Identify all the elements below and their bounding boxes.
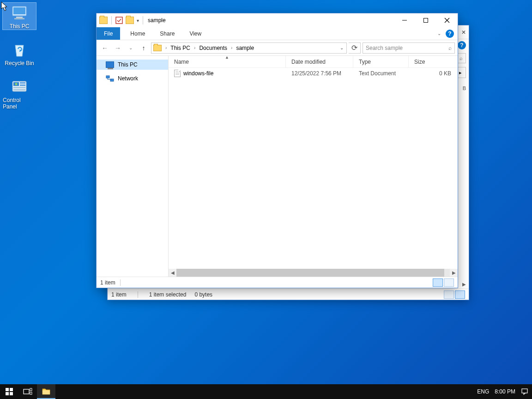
folder-icon xyxy=(99,17,108,24)
view-large-icons-button[interactable] xyxy=(455,290,465,299)
svg-rect-7 xyxy=(20,82,25,84)
window-title: sample xyxy=(148,17,166,24)
status-selection: 1 item selected xyxy=(149,291,187,298)
expand-ribbon-icon[interactable]: ⌄ xyxy=(437,31,441,36)
column-header-date[interactable]: Date modified xyxy=(286,56,353,67)
taskbar-file-explorer[interactable] xyxy=(37,384,55,399)
control-panel-icon xyxy=(10,77,29,96)
sort-ascending-icon: ▲ xyxy=(225,55,229,60)
file-type: Text Document xyxy=(353,70,409,77)
nav-item-network[interactable]: Network xyxy=(97,73,168,84)
address-dropdown-icon[interactable]: ⌄ xyxy=(337,45,346,50)
up-button[interactable]: ↑ xyxy=(138,42,149,54)
title-bar[interactable]: ▾ sample xyxy=(97,13,458,27)
column-headers: ▲Name Date modified Type Size xyxy=(169,56,458,68)
scroll-right-icon[interactable]: ▶ xyxy=(450,269,458,277)
column-header-size[interactable]: Size xyxy=(409,56,458,67)
svg-point-6 xyxy=(15,83,18,85)
desktop-icon-label: Recycle Bin xyxy=(5,60,34,66)
taskbar: ENG 8:00 PM xyxy=(0,384,532,399)
pc-icon xyxy=(106,61,114,68)
svg-rect-13 xyxy=(424,18,428,23)
search-input[interactable]: Search sample ⌕ xyxy=(363,42,455,54)
chevron-right-icon[interactable]: › xyxy=(229,45,234,50)
svg-rect-9 xyxy=(13,87,25,88)
view-large-icons-button[interactable] xyxy=(444,278,454,287)
svg-rect-11 xyxy=(116,17,122,24)
tray-clock[interactable]: 8:00 PM xyxy=(495,388,515,395)
column-header-name[interactable]: ▲Name xyxy=(169,56,286,67)
svg-rect-19 xyxy=(10,388,13,391)
recycle-bin-icon xyxy=(10,40,29,59)
search-placeholder: Search sample xyxy=(366,45,403,51)
tab-share[interactable]: Share xyxy=(152,27,182,40)
notifications-icon[interactable] xyxy=(521,388,528,395)
view-details-button[interactable] xyxy=(444,290,454,299)
status-bar: 1 item 1 item selected 0 bytes xyxy=(108,289,469,300)
scroll-left-icon[interactable]: ◀ xyxy=(169,269,176,277)
desktop-icon-this-pc[interactable]: This PC xyxy=(3,3,36,30)
ribbon-tabs: File Home Share View ⌄ ? xyxy=(97,27,458,40)
help-icon[interactable]: ? xyxy=(446,30,454,38)
start-button[interactable] xyxy=(0,384,18,399)
nav-item-label: Network xyxy=(118,75,138,82)
chevron-right-icon[interactable]: › xyxy=(192,45,197,50)
view-details-button[interactable] xyxy=(433,278,443,287)
breadcrumb-segment[interactable]: sample xyxy=(235,45,255,51)
new-folder-icon[interactable] xyxy=(126,17,134,24)
file-date: 12/25/2022 7:56 PM xyxy=(286,70,353,77)
tab-view[interactable]: View xyxy=(182,27,209,40)
address-row: ← → ⌄ ↑ › This PC › Documents › sample ⌄… xyxy=(97,40,458,56)
status-bytes: 0 bytes xyxy=(194,291,212,298)
network-icon xyxy=(106,75,114,82)
scrollbar-thumb[interactable] xyxy=(176,269,444,277)
help-icon[interactable]: ? xyxy=(458,41,466,49)
recent-locations-button[interactable]: ⌄ xyxy=(125,42,136,54)
svg-rect-1 xyxy=(13,7,25,14)
minimize-button[interactable] xyxy=(394,13,415,27)
folder-icon xyxy=(153,45,162,51)
file-size: 0 KB xyxy=(409,70,458,77)
maximize-button[interactable] xyxy=(415,13,436,27)
svg-rect-16 xyxy=(106,76,109,78)
desktop-icon-recycle-bin[interactable]: Recycle Bin xyxy=(3,40,36,66)
breadcrumb-segment[interactable]: Documents xyxy=(198,45,228,51)
column-header-type[interactable]: Type xyxy=(353,56,409,67)
close-button[interactable] xyxy=(436,13,458,27)
svg-rect-24 xyxy=(30,392,32,394)
scroll-right-icon[interactable]: ▶ xyxy=(462,282,466,287)
file-row[interactable]: windows-file 12/25/2022 7:56 PM Text Doc… xyxy=(169,68,458,79)
pc-icon xyxy=(10,3,29,22)
svg-rect-2 xyxy=(16,17,23,18)
svg-rect-21 xyxy=(10,392,13,395)
qat-dropdown-icon[interactable]: ▾ xyxy=(137,18,139,23)
desktop: This PC Recycle Bin Control Panel ✕ ? ⌕ … xyxy=(0,0,532,399)
system-tray: ENG 8:00 PM xyxy=(477,388,532,395)
search-icon: ⌕ xyxy=(448,45,452,51)
desktop-icons: This PC Recycle Bin Control Panel xyxy=(3,3,36,110)
properties-icon[interactable] xyxy=(115,17,123,24)
tab-file[interactable]: File xyxy=(97,27,120,40)
close-icon[interactable]: ✕ xyxy=(461,29,466,36)
task-view-button[interactable] xyxy=(18,384,37,399)
svg-rect-20 xyxy=(6,392,9,395)
forward-button[interactable]: → xyxy=(112,42,123,54)
desktop-icon-label: This PC xyxy=(10,23,30,30)
svg-rect-3 xyxy=(14,18,24,19)
address-bar[interactable]: › This PC › Documents › sample ⌄ xyxy=(151,42,347,54)
desktop-icon-control-panel[interactable]: Control Panel xyxy=(3,77,36,110)
tray-language[interactable]: ENG xyxy=(477,388,489,395)
tab-home[interactable]: Home xyxy=(123,27,152,40)
horizontal-scrollbar[interactable]: ◀ ▶ xyxy=(169,269,458,277)
size-suffix: B xyxy=(463,85,466,91)
status-bar: 1 item xyxy=(97,277,458,288)
refresh-button[interactable]: ⟳ xyxy=(349,42,361,54)
status-item-count: 1 item xyxy=(100,279,115,286)
nav-item-this-pc[interactable]: This PC xyxy=(97,60,168,70)
breadcrumb-segment[interactable]: This PC xyxy=(169,45,191,51)
back-button[interactable]: ← xyxy=(99,42,110,54)
chevron-right-icon[interactable]: › xyxy=(163,45,169,50)
svg-rect-26 xyxy=(522,389,527,393)
svg-rect-23 xyxy=(30,388,32,391)
svg-rect-10 xyxy=(13,89,25,91)
